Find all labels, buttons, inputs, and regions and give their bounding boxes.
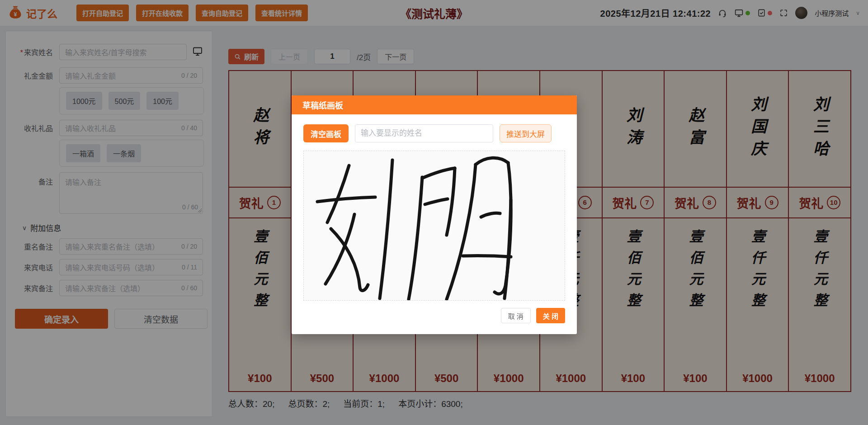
modal-title: 草稿纸画板 — [292, 95, 577, 114]
close-button[interactable]: 关 闭 — [536, 308, 565, 323]
push-to-screen-button[interactable]: 推送到大屏 — [500, 124, 552, 142]
cancel-button[interactable]: 取 消 — [501, 308, 531, 323]
sketchpad-modal: 草稿纸画板 清空画板 推送到大屏 取 消 关 闭 — [292, 95, 577, 334]
display-name-input[interactable] — [355, 124, 493, 142]
clear-canvas-button[interactable]: 清空画板 — [303, 124, 349, 142]
drawing-canvas[interactable] — [303, 151, 565, 301]
handwriting-drawing — [304, 151, 565, 300]
